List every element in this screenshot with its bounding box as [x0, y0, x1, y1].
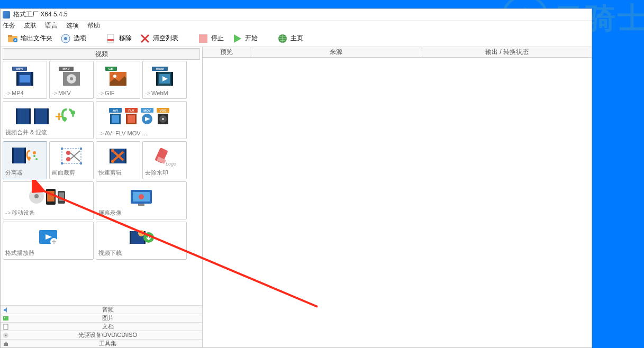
svg-rect-58 — [12, 148, 14, 163]
download-icon — [125, 224, 157, 249]
svg-rect-68 — [80, 162, 82, 164]
tile-remove-watermark[interactable]: Logo 去除水印 — [142, 141, 187, 179]
svg-point-94 — [138, 230, 144, 236]
svg-rect-33 — [29, 108, 31, 124]
svg-rect-73 — [125, 149, 126, 163]
multi-format-icon: AVI FLV MOV VOB — [107, 104, 176, 130]
svg-point-39 — [71, 111, 75, 115]
webm-icon: WebM — [152, 63, 177, 90]
menu-skin[interactable]: 皮肤 — [24, 21, 37, 30]
menu-options[interactable]: 选项 — [66, 21, 79, 30]
tb-options-label: 选项 — [74, 34, 86, 43]
svg-rect-7 — [107, 39, 114, 41]
svg-rect-34 — [34, 108, 49, 124]
menu-language[interactable]: 语言 — [45, 21, 58, 30]
tb-options[interactable]: 选项 — [57, 32, 89, 45]
clear-icon — [139, 33, 151, 44]
tile-grid: MP4 ->MP4 MKV ->MKV GIF ->G — [1, 61, 202, 305]
svg-point-24 — [113, 75, 116, 78]
tb-homepage-label: 主页 — [291, 34, 303, 43]
titlebar: 格式工厂 X64 5.4.5 — [1, 9, 592, 21]
screen-record-icon — [125, 184, 157, 209]
tile-avi-flv-mov[interactable]: AVI FLV MOV VOB ->AVI FLV MOV .... — [96, 101, 187, 139]
col-preview[interactable]: 预览 — [203, 47, 250, 57]
svg-rect-57 — [12, 148, 26, 163]
svg-text:FLV: FLV — [129, 109, 134, 112]
right-panel: 预览 来源 输出 / 转换状态 — [203, 47, 592, 347]
svg-point-100 — [5, 334, 7, 336]
svg-text:Logo: Logo — [166, 161, 176, 167]
tile-quick-cut[interactable]: 快速剪辑 — [96, 141, 140, 179]
tile-webm[interactable]: WebM ->WebM — [142, 61, 187, 99]
svg-rect-44 — [112, 115, 119, 123]
toolkit-icon — [3, 341, 9, 347]
audio-icon — [3, 307, 9, 313]
tb-remove-label: 移除 — [119, 34, 132, 43]
stop-icon — [197, 33, 209, 44]
svg-rect-8 — [199, 34, 207, 43]
tile-crop[interactable]: 画面裁剪 — [49, 141, 94, 179]
tb-clear-list-label: 清空列表 — [153, 34, 178, 43]
svg-text:MKV: MKV — [62, 67, 69, 70]
menu-task[interactable]: 任务 — [3, 21, 15, 30]
tb-homepage[interactable]: 主页 — [274, 32, 306, 45]
svg-point-75 — [111, 160, 114, 163]
category-audio[interactable]: 音频 — [1, 305, 202, 314]
svg-rect-14 — [31, 72, 33, 86]
svg-rect-67 — [61, 162, 63, 164]
svg-rect-66 — [80, 148, 82, 150]
tb-stop[interactable]: 停止 — [194, 32, 227, 45]
category-header-video[interactable]: 视频 — [3, 48, 200, 60]
tb-output-folder[interactable]: 输出文件夹 — [4, 32, 56, 45]
svg-rect-28 — [156, 72, 158, 86]
category-toolkit[interactable]: 工具集 — [1, 339, 202, 347]
svg-rect-36 — [47, 108, 49, 124]
globe-icon — [277, 33, 288, 44]
tile-mkv[interactable]: MKV ->MKV — [49, 61, 94, 99]
svg-point-69 — [66, 151, 70, 155]
svg-rect-102 — [5, 342, 7, 343]
separator-icon — [10, 144, 40, 169]
svg-text:GIF: GIF — [108, 67, 114, 70]
tb-output-folder-label: 输出文件夹 — [21, 34, 52, 43]
svg-rect-59 — [24, 148, 26, 163]
svg-rect-29 — [171, 72, 173, 86]
col-source[interactable]: 来源 — [250, 47, 422, 57]
image-icon — [3, 315, 9, 322]
svg-rect-15 — [20, 75, 30, 83]
tile-video-merge[interactable]: + 视频合并 & 混流 — [3, 101, 94, 139]
tile-gif[interactable]: GIF ->GIF — [96, 61, 140, 99]
tb-start-label: 开始 — [245, 34, 258, 43]
category-optical[interactable]: 光驱设备\DVD\CD\ISO — [1, 331, 202, 339]
tile-video-download[interactable]: 视频下载 — [96, 222, 187, 260]
svg-rect-6 — [107, 34, 114, 43]
tile-mobile-device[interactable]: ->移动设备 — [3, 181, 94, 219]
menu-help[interactable]: 帮助 — [87, 21, 100, 30]
mp4-icon: MP4 — [12, 63, 38, 90]
disc-icon — [3, 332, 9, 338]
quick-cut-icon — [105, 144, 131, 169]
svg-text:AVI: AVI — [113, 109, 118, 112]
svg-rect-2 — [8, 35, 12, 37]
tile-mp4[interactable]: MP4 ->MP4 — [3, 61, 47, 99]
mkv-icon: MKV — [59, 63, 84, 90]
tb-clear-list[interactable]: 清空列表 — [136, 32, 182, 45]
svg-point-97 — [4, 317, 5, 318]
tile-format-player[interactable]: 格式播放器 — [3, 222, 94, 260]
player-icon — [35, 224, 61, 249]
tile-separator[interactable]: 分离器 — [3, 141, 47, 179]
mobile-device-icon — [27, 184, 69, 209]
task-list[interactable] — [203, 58, 592, 347]
category-image[interactable]: 图片 — [1, 314, 202, 322]
svg-point-20 — [70, 77, 73, 80]
category-document[interactable]: 文档 — [1, 322, 202, 331]
svg-rect-84 — [59, 193, 64, 201]
left-panel: 视频 MP4 ->MP4 MKV ->MKV — [1, 47, 203, 347]
svg-rect-82 — [47, 191, 55, 202]
col-output[interactable]: 输出 / 转换状态 — [422, 47, 592, 57]
svg-rect-32 — [16, 108, 17, 124]
tb-remove[interactable]: 移除 — [102, 32, 135, 45]
tb-start[interactable]: 开始 — [228, 32, 261, 45]
folder-icon — [7, 33, 19, 44]
tile-screen-record[interactable]: 屏幕录像 — [96, 181, 187, 219]
